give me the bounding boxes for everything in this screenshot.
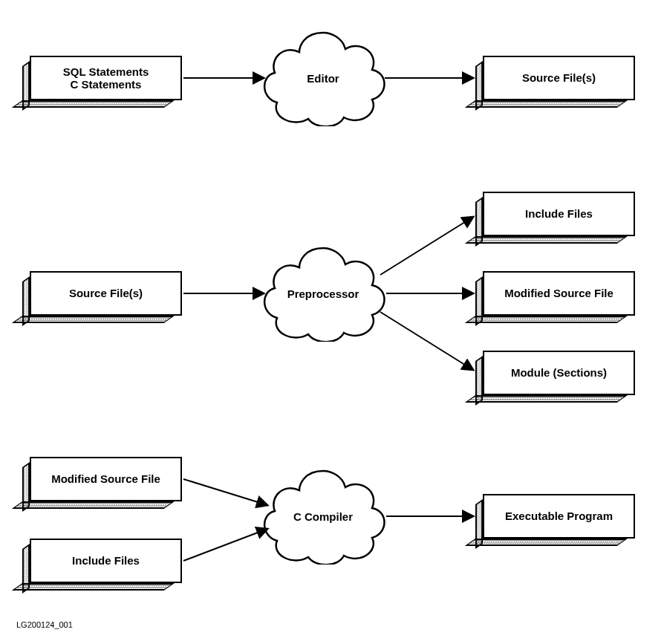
box-source-files-in: Source File(s)	[30, 271, 182, 316]
arrow	[183, 529, 267, 561]
box-label: Include Files	[72, 554, 140, 567]
box-include-files-out: Include Files	[483, 192, 635, 236]
box-label: SQL StatementsC Statements	[63, 65, 149, 91]
box-include-files-in: Include Files	[30, 539, 182, 583]
box-source-files-out: Source File(s)	[483, 56, 635, 100]
box-module-sections: Module (Sections)	[483, 351, 635, 395]
cloud-compiler: C Compiler	[256, 468, 390, 565]
cloud-preprocessor: Preprocessor	[256, 245, 390, 342]
diagram-canvas: SQL StatementsC Statements Editor Source…	[0, 0, 664, 644]
arrow	[380, 217, 473, 275]
box-label: Include Files	[525, 207, 593, 220]
box-sql-c-statements: SQL StatementsC Statements	[30, 56, 182, 100]
box-modified-source-in: Modified Source File	[30, 457, 182, 501]
arrow	[380, 312, 473, 370]
cloud-editor: Editor	[256, 30, 390, 126]
box-label: Modified Source File	[51, 472, 160, 485]
cloud-label: Editor	[307, 72, 339, 85]
arrow	[183, 479, 267, 505]
cloud-label: C Compiler	[293, 510, 353, 523]
box-label: Source File(s)	[522, 71, 596, 84]
box-executable-program: Executable Program	[483, 494, 635, 539]
box-modified-source-out: Modified Source File	[483, 271, 635, 316]
box-label: Modified Source File	[504, 287, 613, 299]
box-label: Module (Sections)	[511, 366, 607, 379]
box-label: Source File(s)	[69, 287, 143, 299]
cloud-label: Preprocessor	[287, 287, 359, 300]
figure-code: LG200124_001	[16, 620, 73, 629]
box-label: Executable Program	[505, 510, 613, 522]
